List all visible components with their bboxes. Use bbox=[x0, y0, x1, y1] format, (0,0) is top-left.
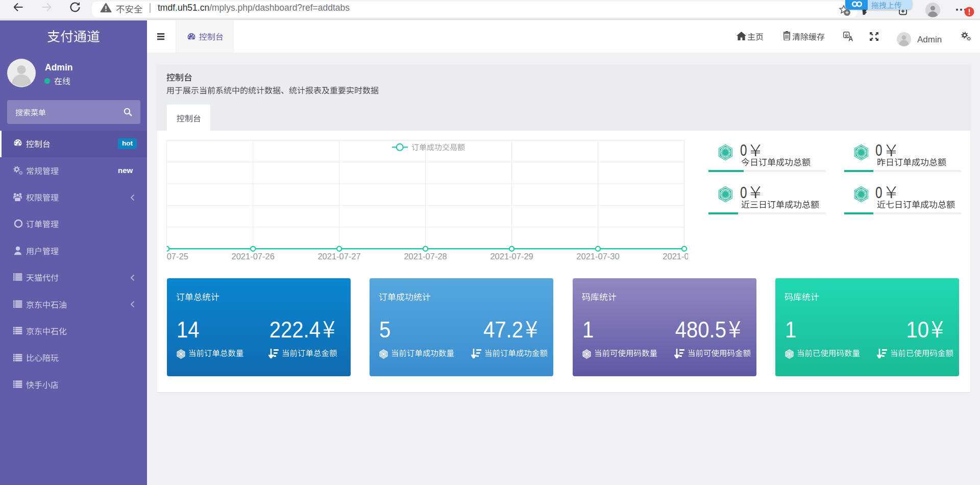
svg-text:2021-07-30: 2021-07-30 bbox=[576, 252, 619, 261]
svg-text:2021-07-31: 2021-07-31 bbox=[663, 252, 688, 261]
svg-text:2021-07-29: 2021-07-29 bbox=[490, 252, 533, 261]
svg-text:2021-07-27: 2021-07-27 bbox=[317, 252, 360, 261]
svg-text:2021-07-26: 2021-07-26 bbox=[231, 252, 274, 261]
svg-text:2021-07-28: 2021-07-28 bbox=[404, 252, 447, 261]
svg-text:07-25: 07-25 bbox=[167, 252, 188, 261]
